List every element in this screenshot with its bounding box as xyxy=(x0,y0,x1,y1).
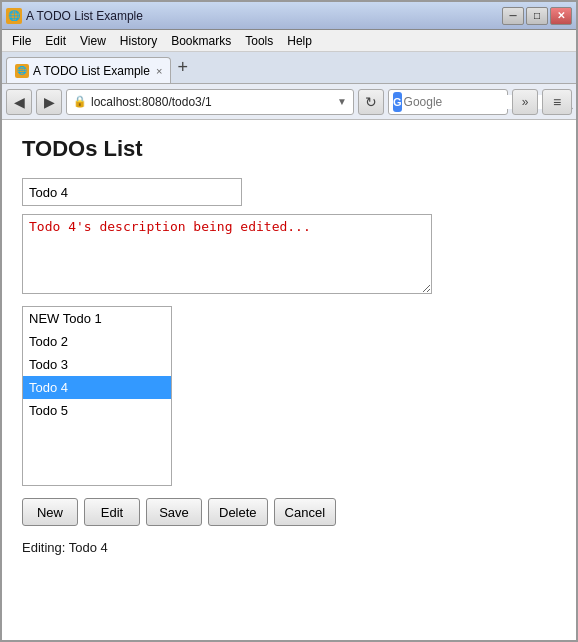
menu-file[interactable]: File xyxy=(6,32,37,50)
todo-listbox[interactable]: NEW Todo 1 Todo 2 Todo 3 Todo 4 Todo 5 xyxy=(22,306,172,486)
menu-history[interactable]: History xyxy=(114,32,163,50)
list-item[interactable]: Todo 2 xyxy=(23,330,171,353)
browser-window: 🌐 A TODO List Example ─ □ ✕ File Edit Vi… xyxy=(0,0,578,642)
todo-desc-textarea[interactable]: Todo 4's description being edited... xyxy=(22,214,432,294)
back-button[interactable]: ◀ xyxy=(6,89,32,115)
address-security-icon: 🔒 xyxy=(73,95,87,108)
browser-icon: 🌐 xyxy=(6,8,22,24)
list-item[interactable]: Todo 3 xyxy=(23,353,171,376)
list-item[interactable]: Todo 5 xyxy=(23,399,171,422)
overflow-button[interactable]: » xyxy=(512,89,538,115)
status-text: Editing: Todo 4 xyxy=(22,540,556,555)
menu-help[interactable]: Help xyxy=(281,32,318,50)
action-buttons: New Edit Save Delete Cancel xyxy=(22,498,556,526)
new-button[interactable]: New xyxy=(22,498,78,526)
title-bar: 🌐 A TODO List Example ─ □ ✕ xyxy=(2,2,576,30)
page-title: TODOs List xyxy=(22,136,556,162)
delete-button[interactable]: Delete xyxy=(208,498,268,526)
active-tab[interactable]: 🌐 A TODO List Example × xyxy=(6,57,171,83)
menu-edit[interactable]: Edit xyxy=(39,32,72,50)
tab-favicon: 🌐 xyxy=(15,64,29,78)
address-box[interactable]: 🔒 localhost:8080/todo3/1 ▼ xyxy=(66,89,354,115)
refresh-button[interactable]: ↻ xyxy=(358,89,384,115)
todo-name-input[interactable] xyxy=(22,178,242,206)
edit-button[interactable]: Edit xyxy=(84,498,140,526)
save-button[interactable]: Save xyxy=(146,498,202,526)
restore-button[interactable]: □ xyxy=(526,7,548,25)
menu-tools[interactable]: Tools xyxy=(239,32,279,50)
window-title: A TODO List Example xyxy=(26,9,143,23)
menu-bookmarks[interactable]: Bookmarks xyxy=(165,32,237,50)
window-controls: ─ □ ✕ xyxy=(502,7,572,25)
close-button[interactable]: ✕ xyxy=(550,7,572,25)
menu-toggle-button[interactable]: ≡ xyxy=(542,89,572,115)
list-item-selected[interactable]: Todo 4 xyxy=(23,376,171,399)
forward-button[interactable]: ▶ xyxy=(36,89,62,115)
address-url: localhost:8080/todo3/1 xyxy=(91,95,333,109)
title-bar-left: 🌐 A TODO List Example xyxy=(6,8,143,24)
cancel-button[interactable]: Cancel xyxy=(274,498,336,526)
list-item[interactable]: NEW Todo 1 xyxy=(23,307,171,330)
address-dropdown-icon[interactable]: ▼ xyxy=(337,96,347,107)
tab-close-button[interactable]: × xyxy=(156,65,162,77)
new-tab-button[interactable]: + xyxy=(171,57,194,78)
address-bar: ◀ ▶ 🔒 localhost:8080/todo3/1 ▼ ↻ G 🔍 » ≡ xyxy=(2,84,576,120)
google-icon: G xyxy=(393,92,402,112)
menu-bar: File Edit View History Bookmarks Tools H… xyxy=(2,30,576,52)
tab-label: A TODO List Example xyxy=(33,64,150,78)
search-box[interactable]: G 🔍 xyxy=(388,89,508,115)
tab-bar: 🌐 A TODO List Example × + xyxy=(2,52,576,84)
page-content: TODOs List Todo 4's description being ed… xyxy=(2,120,576,640)
menu-view[interactable]: View xyxy=(74,32,112,50)
minimize-button[interactable]: ─ xyxy=(502,7,524,25)
